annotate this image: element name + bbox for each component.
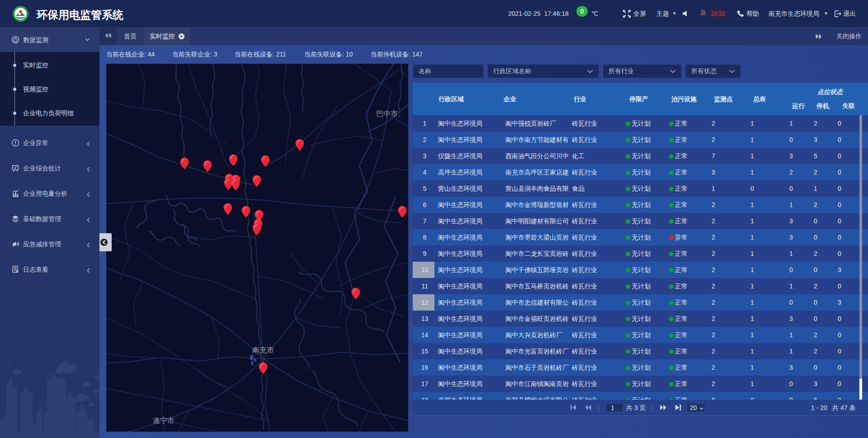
svg-text:遂宁市: 遂宁市 [153, 417, 175, 424]
svg-text:南充市: 南充市 [252, 346, 274, 354]
svg-text:巴中市: 巴中市 [376, 110, 398, 118]
